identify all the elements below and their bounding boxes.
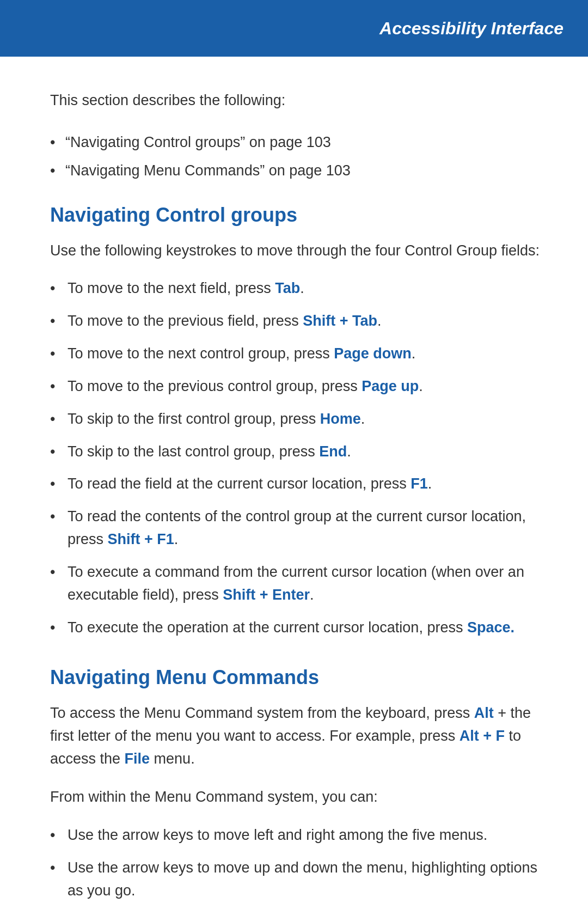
section1-bullet-6: To skip to the last control group, press… — [50, 441, 544, 463]
section1-bullet-2: To move to the previous field, press Shi… — [50, 310, 544, 333]
s1b3-after: . — [412, 345, 416, 362]
s1b5-highlight: Home — [320, 411, 361, 427]
s2b1-text: Use the arrow keys to move left and righ… — [68, 827, 487, 843]
s1b1-before: To move to the next field, press — [68, 280, 275, 296]
intro-bullet-2: “Navigating Menu Commands” on page 103 — [50, 160, 544, 182]
section2-bullet-list: Use the arrow keys to move left and righ… — [50, 824, 544, 909]
intro-bullet-list: “Navigating Control groups” on page 103 … — [50, 131, 544, 182]
section2-para1: To access the Menu Command system from t… — [50, 702, 544, 771]
section1-desc: Use the following keystrokes to move thr… — [50, 240, 544, 263]
s2p1-highlight1: Alt — [474, 705, 494, 721]
s2b2-text: Use the arrow keys to move up and down t… — [68, 859, 537, 899]
section1-bullet-10: To execute the operation at the current … — [50, 617, 544, 639]
s1b3-before: To move to the next control group, press — [68, 345, 334, 362]
intro-bullet-1-text: “Navigating Control groups” on page 103 — [65, 134, 331, 150]
s1b4-after: . — [419, 378, 423, 394]
s1b1-highlight: Tab — [275, 280, 300, 296]
section1-bullet-3: To move to the next control group, press… — [50, 343, 544, 365]
s1b6-before: To skip to the last control group, press — [68, 443, 319, 460]
section2-bullet-2: Use the arrow keys to move up and down t… — [50, 857, 544, 902]
section1-bullet-5: To skip to the first control group, pres… — [50, 408, 544, 431]
s1b6-highlight: End — [319, 443, 347, 460]
s1b1-after: . — [300, 280, 304, 296]
s1b7-highlight: F1 — [411, 475, 428, 492]
s1b7-after: . — [428, 475, 432, 492]
section2-para2: From within the Menu Command system, you… — [50, 786, 544, 809]
s1b2-after: . — [377, 313, 382, 329]
section1-bullet-7: To read the field at the current cursor … — [50, 473, 544, 496]
section1-bullet-9: To execute a command from the current cu… — [50, 561, 544, 607]
intro-bullet-2-text: “Navigating Menu Commands” on page 103 — [65, 162, 351, 179]
section1-bullet-8: To read the contents of the control grou… — [50, 505, 544, 551]
s2p1-end: menu. — [150, 751, 195, 767]
s2p1-before: To access the Menu Command system from t… — [50, 705, 474, 721]
header-title: Accessibility Interface — [379, 19, 564, 39]
section1-bullet-1: To move to the next field, press Tab. — [50, 277, 544, 300]
s1b10-before: To execute the operation at the current … — [68, 619, 467, 636]
header-bar: Accessibility Interface — [0, 0, 588, 57]
s2p1-highlight3: File — [125, 751, 150, 767]
intro-bullet-1: “Navigating Control groups” on page 103 — [50, 131, 544, 154]
main-content: This section describes the following: “N… — [0, 57, 588, 909]
section1-heading: Navigating Control groups — [50, 204, 544, 227]
s1b5-before: To skip to the first control group, pres… — [68, 411, 320, 427]
s2p1-highlight2: Alt + F — [460, 728, 505, 744]
s1b4-highlight: Page up — [362, 378, 419, 394]
s1b8-highlight: Shift + F1 — [108, 531, 174, 547]
section2-heading: Navigating Menu Commands — [50, 666, 544, 689]
intro-text: This section describes the following: — [50, 89, 544, 112]
section1-bullet-4: To move to the previous control group, p… — [50, 375, 544, 398]
s1b6-after: . — [347, 443, 351, 460]
s1b2-before: To move to the previous field, press — [68, 313, 303, 329]
s1b3-highlight: Page down — [334, 345, 412, 362]
s1b10-highlight: Space. — [467, 619, 514, 636]
section1-bullet-list: To move to the next field, press Tab. To… — [50, 277, 544, 639]
s1b8-after: . — [174, 531, 179, 547]
s1b4-before: To move to the previous control group, p… — [68, 378, 362, 394]
s1b9-highlight: Shift + Enter — [223, 587, 310, 603]
s1b2-highlight: Shift + Tab — [303, 313, 377, 329]
section2-bullet-1: Use the arrow keys to move left and righ… — [50, 824, 544, 847]
s1b9-after: . — [310, 587, 314, 603]
s1b7-before: To read the field at the current cursor … — [68, 475, 411, 492]
s1b5-after: . — [361, 411, 365, 427]
